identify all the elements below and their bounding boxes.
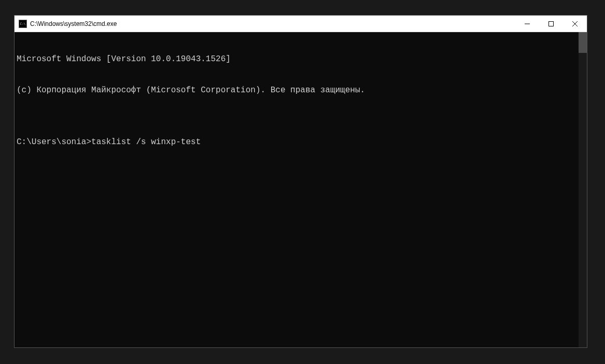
maximize-button[interactable] (539, 16, 563, 32)
maximize-icon (548, 21, 554, 26)
titlebar[interactable]: C:\Windows\system32\cmd.exe (15, 16, 587, 32)
svg-rect-1 (549, 21, 554, 26)
close-button[interactable] (563, 16, 587, 32)
scrollbar-thumb[interactable] (579, 32, 587, 53)
cmd-icon (19, 20, 27, 28)
window-controls (515, 16, 587, 32)
minimize-button[interactable] (515, 16, 539, 32)
prompt-line: C:\Users\sonia>tasklist /s winxp-test (17, 137, 576, 147)
close-icon (572, 21, 578, 26)
terminal-area[interactable]: Microsoft Windows [Version 10.0.19043.15… (15, 32, 587, 347)
version-line: Microsoft Windows [Version 10.0.19043.15… (17, 54, 576, 64)
copyright-line: (c) Корпорация Майкрософт (Microsoft Cor… (17, 85, 576, 95)
prompt-text: C:\Users\sonia> (17, 137, 91, 147)
terminal-content[interactable]: Microsoft Windows [Version 10.0.19043.15… (15, 32, 579, 347)
vertical-scrollbar[interactable] (579, 32, 587, 347)
minimize-icon (525, 21, 530, 26)
command-text: tasklist /s winxp-test (91, 137, 201, 147)
window-title: C:\Windows\system32\cmd.exe (30, 20, 117, 27)
cmd-window: C:\Windows\system32\cmd.exe Microsoft Wi… (14, 15, 587, 348)
titlebar-left: C:\Windows\system32\cmd.exe (15, 20, 117, 28)
